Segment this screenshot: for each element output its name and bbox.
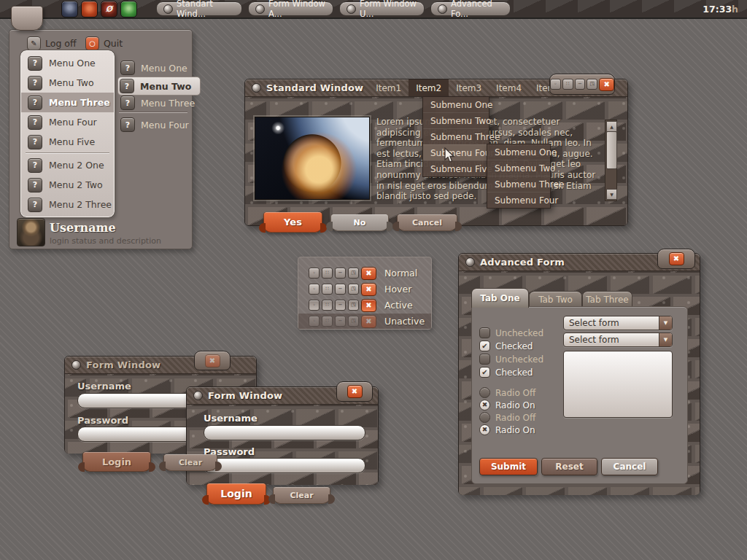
minimize-icon[interactable]: −: [335, 268, 346, 279]
shade-icon[interactable]: ◦: [550, 79, 561, 90]
select-dropdown-2[interactable]: Select form ▼: [563, 332, 673, 347]
select-arrow-icon[interactable]: ▼: [659, 316, 672, 330]
scrollbar[interactable]: ▲ ▼: [605, 120, 617, 201]
close-icon[interactable]: ✖: [205, 354, 220, 368]
quit-button[interactable]: ○ Quit: [85, 36, 123, 50]
taskbar-window-form-u[interactable]: Form Window U...: [339, 1, 425, 16]
side-menu-one[interactable]: ?Menu One: [120, 61, 187, 75]
sticky-icon[interactable]: ∷: [322, 300, 333, 311]
menu-item-2-three[interactable]: ?Menu 2 Three: [21, 195, 114, 214]
submenu-five[interactable]: Submenu Five: [423, 160, 489, 176]
textarea-field[interactable]: [563, 351, 673, 418]
menu-item-three-selected[interactable]: ?Menu Three: [21, 93, 114, 112]
submenu-four-hover[interactable]: Submenu Four›: [423, 144, 489, 160]
flame-launcher-icon[interactable]: [81, 1, 98, 18]
menu-item-one[interactable]: ?Menu One: [21, 53, 114, 73]
scroll-down-icon[interactable]: ▼: [606, 189, 617, 200]
sub2-four[interactable]: Submenu Four: [487, 192, 550, 208]
sub2-two[interactable]: Submenu Two: [487, 160, 550, 176]
taskbar-window-advanced[interactable]: Advanced Fo...: [430, 1, 511, 16]
creature-launcher-icon[interactable]: [120, 1, 137, 18]
checkbox-unchecked-2[interactable]: Unchecked: [479, 354, 543, 365]
side-menu-four[interactable]: ?Menu Four: [120, 117, 189, 132]
side-menu-two-hover[interactable]: ?Menu Two: [117, 77, 201, 96]
username-input[interactable]: [204, 425, 365, 440]
tab-one-active[interactable]: Tab One: [471, 288, 529, 308]
radio-on-2[interactable]: ✖ Radio On: [479, 424, 535, 435]
taskbar-window-standard[interactable]: Standart Wind...: [156, 1, 242, 16]
sub2-three[interactable]: Submenu Three: [487, 176, 550, 192]
taskbar-window-form-a[interactable]: Form Window A...: [248, 1, 333, 16]
shade-icon[interactable]: ◦: [309, 268, 320, 279]
radio-off-2[interactable]: Radio Off: [479, 412, 535, 423]
menu-item-two[interactable]: ?Menu Two: [21, 73, 114, 93]
submit-button[interactable]: Submit: [479, 458, 538, 475]
tab-panel: Unchecked ✔ Checked Unchecked ✔ Checked …: [471, 306, 688, 484]
checkbox-checked-2[interactable]: ✔ Checked: [479, 367, 533, 378]
select-dropdown-1[interactable]: Select form ▼: [563, 316, 673, 330]
minimize-icon[interactable]: −: [335, 284, 346, 295]
sticky-icon[interactable]: ∷: [562, 79, 573, 90]
shade-icon[interactable]: ◦: [309, 284, 320, 295]
select-value: Select form: [569, 335, 619, 345]
clear-button[interactable]: Clear: [273, 487, 330, 504]
menu-item-four[interactable]: ?Menu Four: [21, 112, 114, 132]
minimize-icon[interactable]: −: [575, 79, 586, 90]
side-menu-three[interactable]: ?Menu Three: [120, 96, 195, 110]
close-icon[interactable]: ✖: [361, 267, 376, 280]
login-button[interactable]: Login: [82, 452, 151, 472]
state-label: Normal: [384, 268, 417, 279]
no-button[interactable]: No: [330, 214, 389, 231]
select-arrow-icon[interactable]: ▼: [659, 333, 672, 346]
close-icon[interactable]: ✖: [361, 283, 376, 296]
submenu-one[interactable]: Submenu One: [423, 97, 489, 112]
menubar-item1[interactable]: Item1: [368, 79, 409, 96]
clear-button[interactable]: Clear: [163, 454, 217, 471]
menu-item-five[interactable]: ?Menu Five: [21, 132, 114, 152]
tab-three[interactable]: Tab Three: [582, 291, 632, 308]
maximize-icon[interactable]: ◳: [348, 268, 359, 279]
yes-button[interactable]: Yes: [263, 212, 322, 233]
submenu-three[interactable]: Submenu Three: [423, 128, 489, 144]
radio-off-1[interactable]: Radio Off: [479, 387, 535, 398]
help-icon: ?: [120, 79, 134, 93]
menubar-item4[interactable]: Item4: [489, 79, 529, 96]
cancel-button[interactable]: Cancel: [601, 458, 658, 475]
window-orb-icon: [163, 4, 173, 14]
reset-button[interactable]: Reset: [541, 458, 597, 475]
avatar-launcher-icon[interactable]: [61, 1, 78, 18]
checkbox-unchecked-1[interactable]: Unchecked: [479, 327, 543, 338]
scrollbar-thumb[interactable]: [606, 131, 617, 169]
tab-two[interactable]: Tab Two: [529, 291, 582, 308]
sticky-icon[interactable]: ∷: [322, 268, 333, 279]
sticky-icon[interactable]: ∷: [322, 284, 333, 295]
swirl-launcher-icon[interactable]: Ø: [101, 1, 117, 18]
sub2-one[interactable]: Submenu One: [487, 144, 550, 160]
state-row-unactive: ◦ ∷ − ◳ ✖ Unactive: [298, 314, 431, 329]
shade-icon[interactable]: ◦: [309, 300, 320, 311]
login-button[interactable]: Login: [206, 483, 266, 505]
desktop-panel-handle[interactable]: [11, 6, 43, 31]
scroll-up-icon[interactable]: ▲: [606, 121, 617, 132]
close-icon[interactable]: ✖: [599, 78, 614, 91]
menubar-item2-open[interactable]: Item2: [409, 79, 449, 96]
minimize-icon[interactable]: −: [335, 300, 346, 311]
maximize-icon[interactable]: ◳: [348, 284, 359, 295]
close-icon[interactable]: ✖: [347, 385, 363, 398]
password-input[interactable]: [204, 458, 365, 473]
menu-item-label: Menu Five: [49, 136, 95, 147]
help-icon: ?: [28, 56, 42, 71]
cancel-button[interactable]: Cancel: [397, 214, 457, 231]
menu-item-2-two[interactable]: ?Menu 2 Two: [21, 175, 114, 195]
maximize-icon[interactable]: ◳: [348, 300, 359, 311]
close-icon[interactable]: ✖: [361, 299, 376, 312]
maximize-icon[interactable]: ◳: [587, 79, 597, 90]
menu-item-2-one[interactable]: ?Menu 2 One: [21, 155, 114, 175]
close-icon[interactable]: ✖: [669, 252, 684, 265]
submenu-two[interactable]: Submenu Two: [423, 112, 489, 128]
checkbox-checked-1[interactable]: ✔ Checked: [479, 341, 533, 351]
radio-on-1[interactable]: ✖ Radio On: [479, 400, 535, 411]
logoff-button[interactable]: ✎ Log off: [27, 36, 77, 50]
menubar-item3[interactable]: Item3: [449, 79, 489, 96]
menu-item-label: Menu 2 One: [49, 160, 104, 171]
